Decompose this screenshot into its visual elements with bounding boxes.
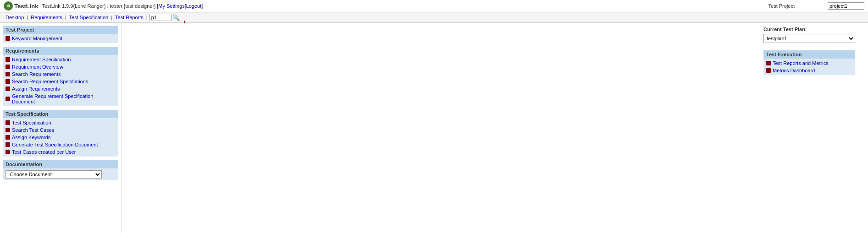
logo-icon: ⚙ [4,1,13,11]
gen-test-spec-doc-link[interactable]: Generate Test Specification Document [12,142,98,147]
sidebar-item-test-specification[interactable]: Test Specification [3,119,118,126]
nav-search-button[interactable]: 🔍 [171,14,181,21]
gen-test-spec-doc-icon [6,142,10,147]
req-spec-link[interactable]: Requirement Specification [12,57,71,62]
sidebar-item-req-overview[interactable]: Requirement Overview [3,63,118,70]
requirements-section-body: Requirement Specification Requirement Ov… [3,55,118,106]
documentation-select[interactable]: -Choose Document- [6,170,102,178]
header-close: ] [201,3,203,9]
sidebar-item-search-test-cases[interactable]: Search Test Cases [3,126,118,134]
test-specification-section: Test Specification Test Specification Se… [3,110,118,157]
requirements-section-header: Requirements [3,47,118,55]
test-project-section-body: Keyword Management [3,34,118,43]
test-specification-link[interactable]: Test Specification [12,120,51,125]
test-project-input[interactable] [828,2,864,10]
search-req-link[interactable]: Search Requirements [12,71,61,77]
sidebar-item-search-req-spec[interactable]: Search Requirement Specifiations [3,78,118,85]
keyword-management-icon [6,36,10,41]
documentation-section-body: -Choose Document- [3,168,118,180]
sidebar-item-assign-keywords[interactable]: Assign Keywords [3,134,118,141]
metrics-dashboard-link[interactable]: Metrics Dashboard [773,68,815,73]
logo-text: TestLink [14,3,39,10]
test-project-section: Test Project Keyword Management [3,26,118,43]
req-overview-icon [6,65,10,69]
my-settings-link[interactable]: My Settings [158,3,184,9]
req-overview-link[interactable]: Requirement Overview [12,64,63,70]
nav-desktop[interactable]: Desktop [4,15,26,20]
test-cases-per-user-link[interactable]: Test Cases created per User [12,149,76,155]
requirements-section: Requirements Requirement Specification R… [3,47,118,106]
current-test-plan-label: Current Test Plan: [763,27,864,32]
header-title: TestLink [42,3,61,9]
test-specification-section-body: Test Specification Search Test Cases Ass… [3,118,118,157]
test-plan-select[interactable]: testplan1 [763,34,855,43]
nav-sep3: | [111,15,112,20]
nav-search-input[interactable] [149,14,171,21]
search-test-cases-link[interactable]: Search Test Cases [12,127,54,133]
documentation-section-header: Documentation [3,160,118,168]
keyword-management-link[interactable]: Keyword Management [12,36,62,41]
sidebar-item-keyword-management[interactable]: Keyword Management [3,35,118,42]
sidebar: Test Project Keyword Management Requirem… [0,23,122,233]
nav-test-reports[interactable]: Test Reports [113,15,145,20]
test-project-label: Test Project [768,3,795,9]
nav-sep4: | [146,15,148,20]
search-req-icon [6,72,10,76]
assign-keywords-icon [6,135,10,140]
search-req-spec-link[interactable]: Search Requirement Specifiations [12,79,88,84]
sidebar-item-gen-test-spec-doc[interactable]: Generate Test Specification Document [3,141,118,148]
test-execution-section: Test Execution Test Reports and Metrics … [763,50,864,75]
test-specification-section-header: Test Specification [3,110,118,118]
test-execution-section-body: Test Reports and Metrics Metrics Dashboa… [763,59,855,75]
header-version: 1.9.9(Lone Ranger) : tester [test design… [61,3,158,9]
sidebar-item-search-req[interactable]: Search Requirements [3,70,118,78]
test-execution-section-header: Test Execution [763,50,855,59]
search-req-spec-icon [6,79,10,84]
test-reports-metrics-link[interactable]: Test Reports and Metrics [773,60,829,66]
test-cases-per-user-icon [6,150,10,154]
nav-sep1: | [27,15,28,20]
sidebar-item-gen-req-doc[interactable]: Generate Requirement Specification Docum… [3,92,118,105]
sidebar-item-assign-req[interactable]: Assign Requirements [3,85,118,92]
assign-req-icon [6,87,10,91]
search-test-cases-icon [6,128,10,132]
nav-sep2: | [65,15,66,20]
sidebar-item-test-reports-metrics[interactable]: Test Reports and Metrics [763,60,855,67]
test-reports-metrics-icon [766,61,771,65]
sidebar-item-metrics-dashboard[interactable]: Metrics Dashboard [763,67,855,74]
assign-keywords-link[interactable]: Assign Keywords [12,135,50,140]
assign-req-link[interactable]: Assign Requirements [12,86,60,92]
main-content [122,23,868,233]
req-spec-icon [6,57,10,62]
nav-test-specification[interactable]: Test Specification [67,15,111,20]
sidebar-item-req-spec[interactable]: Requirement Specification [3,56,118,63]
gen-req-doc-icon [6,97,10,101]
sidebar-item-test-cases-per-user[interactable]: Test Cases created per User [3,148,118,156]
logo: ⚙ TestLink [4,1,39,11]
test-spec-icon [6,120,10,125]
documentation-section: Documentation -Choose Document- [3,160,118,180]
nav-requirements[interactable]: Requirements [29,15,64,20]
test-project-section-header: Test Project [3,26,118,34]
right-panel: Current Test Plan: testplan1 Test Execut… [763,27,864,75]
metrics-dashboard-icon [766,68,771,73]
logout-link[interactable]: Logout [186,3,202,9]
gen-req-doc-link[interactable]: Generate Requirement Specification Docum… [12,93,116,104]
